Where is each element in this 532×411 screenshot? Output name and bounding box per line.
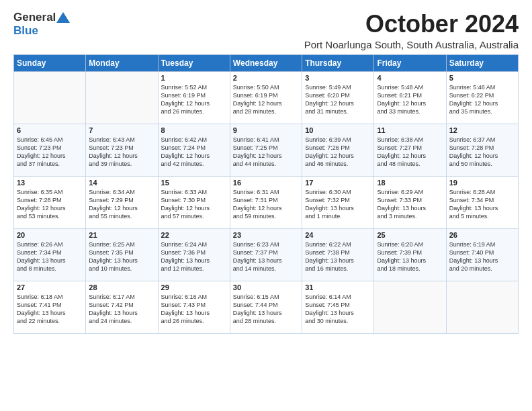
table-row: 26Sunrise: 6:19 AM Sunset: 7:40 PM Dayli… — [446, 228, 518, 281]
day-info: Sunrise: 6:37 AM Sunset: 7:28 PM Dayligh… — [449, 136, 515, 169]
day-number: 29 — [161, 283, 227, 291]
table-row: 21Sunrise: 6:25 AM Sunset: 7:35 PM Dayli… — [86, 228, 158, 281]
table-row: 1Sunrise: 5:52 AM Sunset: 6:19 PM Daylig… — [158, 71, 230, 124]
day-number: 27 — [17, 283, 83, 291]
day-number: 17 — [305, 179, 371, 187]
day-info: Sunrise: 5:48 AM Sunset: 6:21 PM Dayligh… — [377, 83, 443, 116]
day-number: 18 — [377, 179, 443, 187]
day-number: 1 — [161, 74, 227, 82]
table-row — [14, 71, 86, 124]
day-number: 28 — [89, 283, 154, 291]
day-info: Sunrise: 6:33 AM Sunset: 7:30 PM Dayligh… — [161, 188, 227, 221]
header-row: Sunday Monday Tuesday Wednesday Thursday… — [14, 54, 519, 71]
table-row: 30Sunrise: 6:15 AM Sunset: 7:44 PM Dayli… — [230, 281, 302, 333]
table-row: 9Sunrise: 6:41 AM Sunset: 7:25 PM Daylig… — [230, 124, 302, 176]
day-info: Sunrise: 6:45 AM Sunset: 7:23 PM Dayligh… — [17, 136, 83, 169]
day-number: 23 — [233, 231, 299, 239]
day-info: Sunrise: 6:22 AM Sunset: 7:38 PM Dayligh… — [305, 240, 371, 273]
table-row: 8Sunrise: 6:42 AM Sunset: 7:24 PM Daylig… — [158, 124, 230, 176]
day-number: 20 — [17, 231, 83, 239]
day-info: Sunrise: 6:26 AM Sunset: 7:34 PM Dayligh… — [17, 240, 83, 273]
col-tuesday: Tuesday — [158, 54, 230, 71]
month-title: October 2024 — [304, 11, 519, 38]
day-info: Sunrise: 6:29 AM Sunset: 7:33 PM Dayligh… — [377, 188, 443, 221]
day-number: 4 — [377, 74, 443, 82]
day-info: Sunrise: 5:52 AM Sunset: 6:19 PM Dayligh… — [161, 83, 227, 116]
day-number: 7 — [89, 126, 154, 134]
day-info: Sunrise: 6:35 AM Sunset: 7:28 PM Dayligh… — [17, 188, 83, 221]
table-row: 13Sunrise: 6:35 AM Sunset: 7:28 PM Dayli… — [14, 176, 86, 228]
table-row: 24Sunrise: 6:22 AM Sunset: 7:38 PM Dayli… — [302, 228, 374, 281]
col-sunday: Sunday — [14, 54, 86, 71]
table-row — [86, 71, 158, 124]
day-number: 25 — [377, 231, 443, 239]
table-row: 27Sunrise: 6:18 AM Sunset: 7:41 PM Dayli… — [14, 281, 86, 333]
table-row: 10Sunrise: 6:39 AM Sunset: 7:26 PM Dayli… — [302, 124, 374, 176]
table-row: 25Sunrise: 6:20 AM Sunset: 7:39 PM Dayli… — [374, 228, 446, 281]
table-row: 31Sunrise: 6:14 AM Sunset: 7:45 PM Dayli… — [302, 281, 374, 333]
svg-marker-0 — [56, 12, 70, 23]
table-row: 19Sunrise: 6:28 AM Sunset: 7:34 PM Dayli… — [446, 176, 518, 228]
day-info: Sunrise: 6:31 AM Sunset: 7:31 PM Dayligh… — [233, 188, 299, 221]
day-info: Sunrise: 6:25 AM Sunset: 7:35 PM Dayligh… — [89, 240, 154, 273]
table-row: 28Sunrise: 6:17 AM Sunset: 7:42 PM Dayli… — [86, 281, 158, 333]
title-block: October 2024 Port Noarlunga South, South… — [304, 11, 519, 50]
table-row — [374, 281, 446, 333]
day-info: Sunrise: 6:20 AM Sunset: 7:39 PM Dayligh… — [377, 240, 443, 273]
header: General Blue October 2024 Port Noarlunga… — [13, 11, 519, 50]
day-number: 21 — [89, 231, 154, 239]
day-info: Sunrise: 6:17 AM Sunset: 7:42 PM Dayligh… — [89, 293, 154, 326]
day-info: Sunrise: 6:43 AM Sunset: 7:23 PM Dayligh… — [89, 136, 154, 169]
table-row: 20Sunrise: 6:26 AM Sunset: 7:34 PM Dayli… — [14, 228, 86, 281]
day-number: 19 — [449, 179, 515, 187]
day-number: 10 — [305, 126, 371, 134]
page: General Blue October 2024 Port Noarlunga… — [0, 0, 532, 340]
day-info: Sunrise: 6:16 AM Sunset: 7:43 PM Dayligh… — [161, 293, 227, 326]
table-row: 6Sunrise: 6:45 AM Sunset: 7:23 PM Daylig… — [14, 124, 86, 176]
table-row: 17Sunrise: 6:30 AM Sunset: 7:32 PM Dayli… — [302, 176, 374, 228]
day-number: 24 — [305, 231, 371, 239]
table-row: 5Sunrise: 5:46 AM Sunset: 6:22 PM Daylig… — [446, 71, 518, 124]
day-number: 12 — [449, 126, 515, 134]
logo-general: General — [13, 11, 56, 24]
col-friday: Friday — [374, 54, 446, 71]
day-info: Sunrise: 5:50 AM Sunset: 6:19 PM Dayligh… — [233, 83, 299, 116]
day-info: Sunrise: 6:24 AM Sunset: 7:36 PM Dayligh… — [161, 240, 227, 273]
day-info: Sunrise: 6:18 AM Sunset: 7:41 PM Dayligh… — [17, 293, 83, 326]
day-number: 26 — [449, 231, 515, 239]
table-row: 15Sunrise: 6:33 AM Sunset: 7:30 PM Dayli… — [158, 176, 230, 228]
day-number: 14 — [89, 179, 154, 187]
day-number: 22 — [161, 231, 227, 239]
day-number: 15 — [161, 179, 227, 187]
table-row: 11Sunrise: 6:38 AM Sunset: 7:27 PM Dayli… — [374, 124, 446, 176]
table-row: 16Sunrise: 6:31 AM Sunset: 7:31 PM Dayli… — [230, 176, 302, 228]
col-saturday: Saturday — [446, 54, 518, 71]
table-row: 3Sunrise: 5:49 AM Sunset: 6:20 PM Daylig… — [302, 71, 374, 124]
table-row — [446, 281, 518, 333]
logo-blue: Blue — [13, 24, 38, 37]
table-row: 23Sunrise: 6:23 AM Sunset: 7:37 PM Dayli… — [230, 228, 302, 281]
day-number: 6 — [17, 126, 83, 134]
table-row: 4Sunrise: 5:48 AM Sunset: 6:21 PM Daylig… — [374, 71, 446, 124]
col-monday: Monday — [86, 54, 158, 71]
day-number: 31 — [305, 283, 371, 291]
calendar-table: Sunday Monday Tuesday Wednesday Thursday… — [13, 54, 519, 334]
day-info: Sunrise: 6:19 AM Sunset: 7:40 PM Dayligh… — [449, 240, 515, 273]
location-title: Port Noarlunga South, South Australia, A… — [304, 39, 519, 50]
day-number: 16 — [233, 179, 299, 187]
day-info: Sunrise: 6:15 AM Sunset: 7:44 PM Dayligh… — [233, 293, 299, 326]
day-number: 30 — [233, 283, 299, 291]
day-info: Sunrise: 6:14 AM Sunset: 7:45 PM Dayligh… — [305, 293, 371, 326]
col-thursday: Thursday — [302, 54, 374, 71]
day-info: Sunrise: 5:49 AM Sunset: 6:20 PM Dayligh… — [305, 83, 371, 116]
table-row: 29Sunrise: 6:16 AM Sunset: 7:43 PM Dayli… — [158, 281, 230, 333]
day-number: 8 — [161, 126, 227, 134]
day-info: Sunrise: 6:39 AM Sunset: 7:26 PM Dayligh… — [305, 136, 371, 169]
day-number: 2 — [233, 74, 299, 82]
day-number: 11 — [377, 126, 443, 134]
logo: General Blue — [13, 11, 71, 38]
table-row: 2Sunrise: 5:50 AM Sunset: 6:19 PM Daylig… — [230, 71, 302, 124]
day-info: Sunrise: 6:41 AM Sunset: 7:25 PM Dayligh… — [233, 136, 299, 169]
col-wednesday: Wednesday — [230, 54, 302, 71]
day-info: Sunrise: 5:46 AM Sunset: 6:22 PM Dayligh… — [449, 83, 515, 116]
